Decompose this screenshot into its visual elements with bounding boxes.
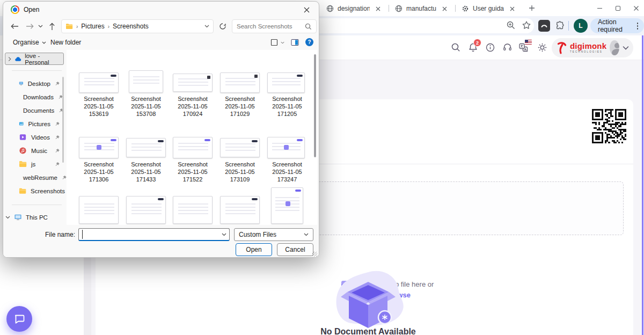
file-grid-scrollbar[interactable] [314,54,316,157]
tab-close-icon[interactable] [508,4,516,13]
file-grid: Screenshot 2025-11-05 153619 Screenshot … [67,50,317,225]
file-thumbnail[interactable] [173,196,213,224]
info-icon[interactable] [485,42,496,53]
dialog-close-button[interactable] [294,2,319,18]
tab-manufacturers-pdf[interactable]: manufacturers.pdf [391,1,453,16]
sidebar-scrollbar[interactable] [62,77,64,163]
search-input[interactable] [237,23,302,30]
sidebar-item-this-pc[interactable]: This PC [5,210,65,224]
cancel-button[interactable]: Cancel [277,243,313,256]
file-name[interactable]: Screenshot 2025-11-05 173109 [216,161,264,183]
window-restore-button[interactable] [610,1,626,15]
file-name[interactable]: Screenshot 2025-11-05 171306 [75,161,122,183]
file-thumbnail[interactable] [220,138,260,157]
chevron-down-icon [281,41,284,44]
sidebar-item-onedrive[interactable]: love - Personal [5,53,64,65]
search-icon[interactable] [451,42,462,53]
file-thumbnail[interactable] [267,72,305,93]
file-thumbnail[interactable] [271,187,303,224]
zoom-icon[interactable] [506,20,517,31]
file-thumbnail[interactable] [220,196,260,224]
file-thumbnail[interactable] [79,196,119,224]
support-headset-icon[interactable] [502,42,513,53]
file-thumbnail[interactable] [267,137,305,158]
file-name[interactable]: Screenshot 2025-11-05 170924 [169,95,216,118]
sidebar-label: Videos [31,134,50,141]
forward-icon[interactable] [24,20,35,32]
page-scrollbar[interactable] [642,35,643,335]
file-thumbnail[interactable] [79,72,119,93]
tab-close-icon[interactable] [374,4,382,13]
resize-grip[interactable] [312,252,317,257]
file-name[interactable]: Screenshot 2025-11-05 171522 [169,161,216,183]
sidebar-item-pictures[interactable]: Pictures [12,117,65,130]
file-name-field[interactable] [78,228,230,241]
extension-icon[interactable] [538,20,550,32]
file-thumbnail[interactable] [129,70,163,93]
search-icon[interactable] [305,23,312,30]
breadcrumb-dropdown-icon[interactable] [204,25,209,28]
folder-icon [19,187,26,194]
sidebar-item-music[interactable]: Music [12,144,65,157]
chevron-down-icon[interactable] [623,46,629,50]
kebab-menu-icon[interactable] [637,25,638,27]
desktop-icon [19,79,24,88]
chevron-down-icon[interactable] [222,233,226,236]
window-close-button[interactable] [628,1,644,15]
open-file-dialog: Open › Pictures › Screenshots Organise N… [3,1,319,258]
file-name[interactable]: Screenshot 2025-11-05 173247 [264,161,311,183]
file-thumbnail[interactable] [126,196,166,224]
help-button[interactable]: ? [305,38,313,46]
up-icon[interactable] [46,20,58,32]
account-menu[interactable]: digimonk TECHNOLOGIES [552,38,633,57]
sidebar-item-videos[interactable]: Videos [12,130,65,144]
breadcrumb-pictures[interactable]: Pictures [81,23,104,30]
sidebar-item-desktop[interactable]: Desktop [12,77,65,90]
file-name-input[interactable] [82,230,218,239]
sidebar-item-downloads[interactable]: Downloads [12,90,65,104]
extensions-puzzle-icon[interactable] [554,20,565,31]
file-thumbnail[interactable] [79,137,119,158]
file-type-select[interactable]: Custom Files [234,228,313,241]
user-avatar[interactable] [610,40,619,55]
recent-locations-chevron-icon[interactable] [36,20,45,32]
sidebar-item-webresume[interactable]: webResume [12,171,65,184]
open-button[interactable]: Open [236,243,272,256]
file-name[interactable]: Screenshot 2025-11-05 171205 [264,95,311,118]
back-icon[interactable] [9,20,20,32]
tab-close-icon[interactable] [440,4,449,13]
breadcrumb[interactable]: › Pictures › Screenshots [61,19,214,33]
logo-subtext: TECHNOLOGIES [570,51,606,54]
view-mode-button[interactable] [270,35,284,50]
action-required-button[interactable]: Action required [590,18,644,33]
preview-pane-button[interactable] [291,35,299,50]
organise-button[interactable]: Organise [13,35,46,50]
refresh-icon[interactable] [217,20,229,32]
sidebar-item-screenshots[interactable]: Screenshots [12,184,65,198]
new-tab-button[interactable] [524,1,540,15]
chat-bubble-button[interactable] [6,306,32,332]
globe-favicon-icon [395,5,402,12]
file-name[interactable]: Screenshot 2025-11-05 153708 [122,95,170,118]
breadcrumb-screenshots[interactable]: Screenshots [113,23,149,30]
theme-sun-icon[interactable] [537,42,548,53]
browser-profile-avatar[interactable]: L [574,19,588,33]
file-thumbnail[interactable] [173,137,213,158]
file-name[interactable]: Screenshot 2025-11-05 171433 [122,161,170,183]
sidebar-divider [12,205,62,205]
file-thumbnail[interactable] [126,138,166,157]
new-folder-button[interactable]: New folder [50,35,81,50]
bookmark-star-icon[interactable] [522,20,532,31]
sidebar-item-documents[interactable]: Documents [12,104,65,117]
window-minimize-button[interactable] [591,1,608,15]
sidebar-item-js[interactable]: js [12,157,65,171]
file-name[interactable]: Screenshot 2025-11-05 153619 [75,95,122,118]
digimonk-logo-icon [557,41,567,54]
dialog-search-box[interactable] [232,19,317,33]
tab-user-guidance[interactable]: User guidance maint [457,1,521,16]
file-thumbnail[interactable] [220,72,260,93]
tab-designations-pdf[interactable]: designations (1).pdf [322,1,386,16]
file-thumbnail[interactable] [173,74,213,92]
sidebar-label: webResume [23,174,57,181]
file-name[interactable]: Screenshot 2025-11-05 171029 [216,95,264,118]
